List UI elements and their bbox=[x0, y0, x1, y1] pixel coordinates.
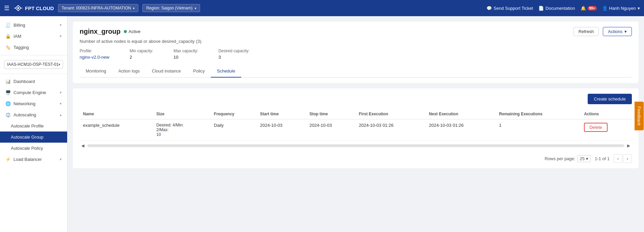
tabs: Monitoring Action logs Cloud instance Po… bbox=[80, 65, 632, 78]
page-header-actions: Refresh Actions ▾ bbox=[573, 27, 632, 36]
networking-chevron: ▾ bbox=[60, 102, 62, 106]
autoscaling-icon: ⚖️ bbox=[5, 112, 11, 117]
tenant-chevron: ▾ bbox=[133, 6, 135, 10]
sidebar-item-autoscale-policy[interactable]: Autoscale Policy bbox=[0, 143, 67, 154]
min-capacity-label: Min capacity: bbox=[130, 49, 153, 53]
region-chevron: ▾ bbox=[195, 6, 196, 10]
delete-button[interactable]: Delete bbox=[584, 123, 608, 132]
docs-icon: 📄 bbox=[538, 6, 544, 11]
actions-button[interactable]: Actions ▾ bbox=[603, 27, 632, 36]
status-text: Active bbox=[129, 29, 140, 34]
hamburger-menu[interactable]: ☰ bbox=[4, 4, 9, 12]
tenant-label: Tenant: 000823-INFRA-AUTOMATION bbox=[62, 6, 131, 10]
sidebar-item-dashboard[interactable]: 📊 Dashboard bbox=[0, 76, 67, 87]
status-dot bbox=[124, 30, 127, 33]
topnav: ☰ FPT CLOUD Tenant: 000823-INFRA-AUTOMAT… bbox=[0, 0, 644, 16]
feedback-tab[interactable]: Feedback bbox=[635, 102, 644, 130]
logo-text: FPT CLOUD bbox=[25, 5, 54, 11]
desired-capacity-value: 3 bbox=[219, 55, 250, 60]
documentation-link[interactable]: 📄 Documentation bbox=[538, 6, 575, 11]
billing-chevron: ▾ bbox=[60, 23, 62, 27]
sidebar-divider bbox=[0, 55, 67, 55]
status-badge: Active bbox=[124, 29, 140, 34]
tab-monitoring[interactable]: Monitoring bbox=[80, 65, 112, 78]
page-header-card: nginx_group Active Refresh Actions ▾ Num… bbox=[73, 22, 639, 83]
cell-frequency: Daily bbox=[211, 119, 257, 141]
actions-label: Actions bbox=[608, 29, 622, 34]
scroll-track[interactable] bbox=[87, 144, 624, 147]
sidebar-item-iam[interactable]: 🔒 IAM ▾ bbox=[0, 31, 67, 42]
col-stop-time: Stop time bbox=[306, 109, 356, 119]
max-capacity-value: 10 bbox=[173, 55, 198, 60]
cell-next-execution: 2024-10-03 01:26 bbox=[426, 119, 496, 141]
profile-meta: Profile: nginx-v2.0-new bbox=[80, 49, 109, 60]
sidebar-item-load-balancer[interactable]: ⚡ Load Balancer ▾ bbox=[0, 154, 67, 165]
dashboard-icon: 📊 bbox=[5, 79, 11, 84]
sidebar: 🧾 Billing ▾ 🔒 IAM ▾ 🏷️ Tagging IAAS-HCM1… bbox=[0, 16, 67, 232]
col-next-execution: Next Execution bbox=[426, 109, 496, 119]
sidebar-item-autoscale-profile[interactable]: Autoscale Profile bbox=[0, 120, 67, 132]
compute-engine-chevron: ▾ bbox=[60, 90, 62, 95]
cell-size: Desired: 4/Min:2/Max:10 bbox=[153, 119, 211, 141]
tab-cloud-instance[interactable]: Cloud instance bbox=[146, 65, 187, 78]
pagination-row: Rows per page: 25 ▾ 1-1 of 1 ‹ › bbox=[80, 154, 632, 163]
scroll-left-arrow[interactable]: ◀ bbox=[80, 143, 86, 149]
cell-name: example_schedule bbox=[80, 119, 153, 141]
col-start-time: Start time bbox=[257, 109, 306, 119]
bell-icon: 🔔 bbox=[581, 6, 586, 11]
prev-page-button[interactable]: ‹ bbox=[614, 154, 622, 163]
max-capacity-label: Max capacity: bbox=[173, 49, 198, 53]
page-title-area: nginx_group Active bbox=[80, 28, 141, 35]
refresh-button[interactable]: Refresh bbox=[573, 27, 599, 36]
sidebar-item-autoscale-group[interactable]: Autoscale Group bbox=[0, 132, 67, 143]
region-label: Region: Saigon (Vietnam) bbox=[146, 6, 192, 10]
notification-bell[interactable]: 🔔 99+ bbox=[581, 6, 597, 11]
sidebar-item-compute-engine[interactable]: 🖥️ Compute Engine ▾ bbox=[0, 87, 67, 98]
profile-label: Profile: bbox=[80, 49, 109, 53]
send-support-ticket-button[interactable]: 💬 Send Support Ticket bbox=[486, 6, 533, 11]
sidebar-item-autoscaling[interactable]: ⚖️ Autoscaling ▴ bbox=[0, 109, 67, 120]
cell-stop-time: 2024-10-03 bbox=[306, 119, 356, 141]
scroll-right-arrow[interactable]: ▶ bbox=[625, 143, 632, 149]
tab-action-logs[interactable]: Action logs bbox=[112, 65, 146, 78]
tagging-icon: 🏷️ bbox=[5, 45, 11, 50]
tab-schedule[interactable]: Schedule bbox=[211, 65, 241, 78]
tab-policy[interactable]: Policy bbox=[187, 65, 211, 78]
desired-capacity-label: Desired capacity: bbox=[219, 49, 250, 53]
compute-engine-icon: 🖥️ bbox=[5, 90, 11, 95]
user-menu[interactable]: 👤 Hanh Nguyen ▾ bbox=[602, 6, 640, 11]
col-size: Size bbox=[153, 109, 211, 119]
iam-icon: 🔒 bbox=[5, 34, 11, 39]
tenant-selector[interactable]: Tenant: 000823-INFRA-AUTOMATION ▾ bbox=[58, 4, 139, 12]
desired-capacity-meta: Desired capacity: 3 bbox=[219, 49, 250, 60]
schedule-table-card: Create schedule Name Size Frequency Star… bbox=[73, 88, 639, 168]
project-selector[interactable]: IAAS-HCM10-OSP-TEST-01 bbox=[4, 60, 63, 69]
user-icon: 👤 bbox=[602, 6, 608, 11]
col-actions: Actions bbox=[581, 109, 632, 119]
svg-point-1 bbox=[17, 7, 19, 9]
cell-first-execution: 2024-10-03 01:26 bbox=[356, 119, 426, 141]
profile-value: nginx-v2.0-new bbox=[80, 55, 109, 60]
sidebar-item-billing[interactable]: 🧾 Billing ▾ bbox=[0, 20, 67, 31]
region-selector[interactable]: Region: Saigon (Vietnam) ▾ bbox=[142, 4, 200, 12]
table-toolbar: Create schedule bbox=[80, 94, 632, 104]
sidebar-divider-2 bbox=[0, 74, 67, 74]
next-page-button[interactable]: › bbox=[623, 154, 632, 163]
min-capacity-value: 2 bbox=[130, 55, 153, 60]
max-capacity-meta: Max capacity: 10 bbox=[173, 49, 198, 60]
table-header-row: Name Size Frequency Start time Stop time… bbox=[80, 109, 632, 119]
create-schedule-button[interactable]: Create schedule bbox=[588, 94, 632, 104]
notification-count: 99+ bbox=[588, 6, 597, 10]
support-icon: 💬 bbox=[486, 6, 492, 11]
autoscaling-chevron: ▴ bbox=[60, 113, 62, 117]
rows-per-page-selector[interactable]: 25 ▾ bbox=[577, 155, 590, 162]
sidebar-item-tagging[interactable]: 🏷️ Tagging bbox=[0, 42, 67, 53]
cell-start-time: 2024-10-03 bbox=[257, 119, 306, 141]
page-nav: ‹ › bbox=[614, 154, 632, 163]
sidebar-item-networking[interactable]: 🌐 Networking ▾ bbox=[0, 98, 67, 109]
main-content: nginx_group Active Refresh Actions ▾ Num… bbox=[67, 16, 644, 232]
col-frequency: Frequency bbox=[211, 109, 257, 119]
schedule-table: Name Size Frequency Start time Stop time… bbox=[80, 109, 632, 141]
table-scrollbar: ◀ ▶ bbox=[80, 141, 632, 151]
min-capacity-meta: Min capacity: 2 bbox=[130, 49, 153, 60]
